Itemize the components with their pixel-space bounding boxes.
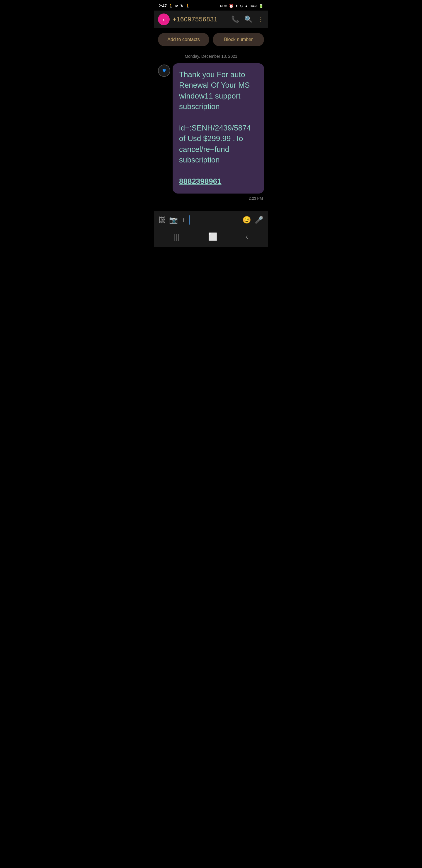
back-arrow-icon: ‹ — [163, 17, 165, 22]
message-text-part1: Thank you For auto Renewal Of Your MS wi… — [179, 69, 258, 112]
phone-number-display: +16097556831 — [173, 16, 228, 23]
wifi-icon: ⊙ — [240, 4, 243, 8]
voice-input-icon[interactable]: 🎤 — [255, 216, 263, 224]
sender-avatar: ♥ — [158, 64, 170, 77]
add-icon[interactable]: + — [182, 216, 186, 224]
message-header: ‹ +16097556831 📞 🔍 ⋮ — [154, 10, 268, 28]
search-icon[interactable]: 🔍 — [245, 16, 252, 23]
refresh-icon: ↻ — [180, 4, 184, 8]
alarm-icon: ⏰ — [229, 4, 234, 8]
message-bubble: Thank you For auto Renewal Of Your MS wi… — [173, 63, 264, 193]
message-bubble-wrapper: Thank you For auto Renewal Of Your MS wi… — [173, 63, 264, 193]
input-area: 🖼 📷 + 😊 🎤 — [154, 211, 268, 229]
more-options-icon[interactable]: ⋮ — [258, 16, 264, 23]
home-nav-icon[interactable]: ⬜ — [208, 232, 218, 241]
heart-icon: ♥ — [162, 67, 166, 74]
status-bar: 2:47 🚶 M ↻ 🚶 N ✏ ⏰ ✦ ⊙ ▲ 84% 🔋 — [154, 0, 268, 10]
add-to-contacts-button[interactable]: Add to contacts — [158, 33, 209, 46]
input-cursor — [189, 215, 190, 225]
date-separator: Monday, December 13, 2021 — [154, 51, 268, 63]
battery-icon: 🔋 — [259, 4, 263, 8]
signal-icon: ▲ — [245, 4, 248, 8]
status-right: N ✏ ⏰ ✦ ⊙ ▲ 84% 🔋 — [220, 4, 263, 8]
bottom-navigation: ||| ⬜ ‹ — [154, 229, 268, 247]
battery-display: 84% — [250, 4, 257, 8]
block-number-button[interactable]: Block number — [213, 33, 264, 46]
person-walk-icon: 🚶 — [168, 3, 173, 8]
header-actions: 📞 🔍 ⋮ — [231, 16, 264, 23]
back-button[interactable]: ‹ — [158, 13, 170, 25]
call-icon[interactable]: 📞 — [231, 16, 239, 23]
message-text-part2: id−:SENH/2439/5874 of Usd $299.99 .To ca… — [179, 123, 258, 165]
action-buttons-row: Add to contacts Block number — [154, 28, 268, 51]
menu-nav-icon[interactable]: ||| — [174, 232, 180, 241]
image-gallery-icon[interactable]: 🖼 — [159, 216, 166, 224]
status-left: 2:47 🚶 M ↻ 🚶 — [159, 3, 190, 8]
messages-area: ♥ Thank you For auto Renewal Of Your MS … — [154, 63, 268, 199]
time-display: 2:47 — [159, 3, 167, 8]
pen-icon: ✏ — [224, 4, 227, 8]
phone-link[interactable]: 8882398961 — [179, 177, 222, 186]
person-icon: 🚶 — [185, 3, 190, 8]
back-nav-icon[interactable]: ‹ — [246, 232, 248, 241]
sticker-icon[interactable]: 😊 — [242, 216, 251, 224]
bluetooth-icon: ✦ — [235, 4, 238, 8]
message-time: 2:23 PM — [249, 196, 263, 200]
gmail-icon: M — [175, 4, 178, 8]
nfc-icon: N — [220, 4, 223, 8]
camera-icon[interactable]: 📷 — [169, 216, 178, 224]
